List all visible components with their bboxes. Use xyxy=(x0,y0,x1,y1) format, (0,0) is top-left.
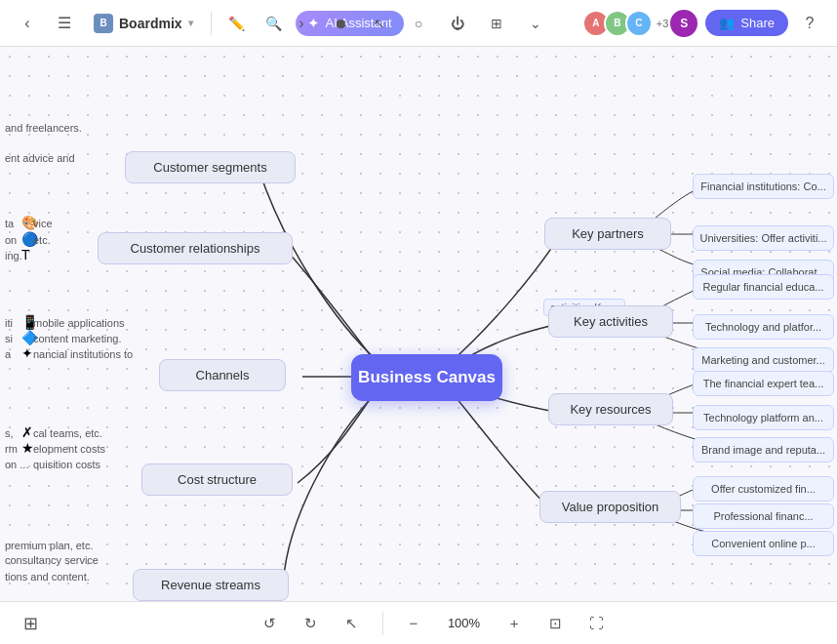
avatar-group: A B C +3 xyxy=(582,10,669,37)
snippet-rm: rm xyxy=(5,443,18,455)
node-customer-segments[interactable]: Customer segments xyxy=(125,151,296,183)
avatar-3[interactable]: C xyxy=(625,10,653,37)
leaf-kp-1[interactable]: Financial institutions: Co... xyxy=(693,174,834,199)
snippet-ing: ing. xyxy=(5,250,22,262)
node-cost-structure[interactable]: Cost structure xyxy=(141,463,293,496)
node-customer-relationships-label: Customer relationships xyxy=(131,241,260,256)
more-button[interactable]: ⌄ xyxy=(520,8,551,39)
add-frame-button[interactable]: ⊞ xyxy=(16,609,45,638)
leaf-vp-3[interactable]: Convenient online p... xyxy=(693,531,834,556)
snippet-etc: etc. xyxy=(33,234,51,246)
leaf-ka-3[interactable]: Marketing and customer... xyxy=(693,347,834,373)
share-button[interactable]: 👥 Share xyxy=(705,10,788,36)
leaf-kr-2[interactable]: Technology platform an... xyxy=(693,405,834,430)
search-button[interactable]: 🔍 xyxy=(259,8,290,39)
zoom-in-button[interactable]: + xyxy=(499,609,529,638)
snippet-cal-teams: cal teams, etc. xyxy=(33,427,102,439)
icon-7: ✗ xyxy=(21,424,33,440)
brand-name: Boardmix xyxy=(119,16,182,31)
leaf-kr-1[interactable]: The financial expert tea... xyxy=(693,371,834,396)
leaf-vp-1-label: Offer customized fin... xyxy=(711,483,816,495)
leaf-ka-1[interactable]: Regular financial educa... xyxy=(693,274,834,300)
node-revenue-streams[interactable]: Revenue streams xyxy=(133,569,289,601)
node-key-partners[interactable]: Key partners xyxy=(544,218,671,250)
leaf-ka-3-label: Marketing and customer... xyxy=(701,354,825,366)
leaf-kp-1-label: Financial institutions: Co... xyxy=(700,181,825,192)
node-key-resources[interactable]: Key resources xyxy=(548,393,673,425)
leaf-ka-1-label: Regular financial educa... xyxy=(702,281,823,293)
snippet-si: si xyxy=(5,333,13,344)
center-node-label: Business Canvas xyxy=(358,368,496,387)
cursor-button[interactable]: ↖ xyxy=(364,8,395,39)
record-button[interactable]: ⏺ xyxy=(325,8,356,39)
node-key-resources-label: Key resources xyxy=(570,402,651,417)
snippet-quisition: quisition costs xyxy=(33,459,100,470)
cursor-mode-button[interactable]: ↖ xyxy=(338,609,367,638)
grid-button[interactable]: ⊞ xyxy=(481,8,512,39)
leaf-vp-1[interactable]: Offer customized fin... xyxy=(693,476,834,502)
back-button[interactable]: ‹ xyxy=(12,8,43,39)
brand-logo[interactable]: B Boardmix ▾ xyxy=(86,10,201,37)
leaf-kp-2[interactable]: Universities: Offer activiti... xyxy=(693,225,834,251)
zoom-display[interactable]: 100% xyxy=(440,614,488,632)
bottom-center: ↺ ↻ ↖ − 100% + ⊡ ⛶ xyxy=(256,609,611,638)
leaf-ka-2[interactable]: Technology and platfor... xyxy=(693,314,834,340)
snippet-tions: tions and content. xyxy=(5,571,90,583)
leaf-vp-2-label: Professional financ... xyxy=(713,510,813,522)
menu-button[interactable]: ☰ xyxy=(49,8,80,39)
leaf-kr-2-label: Technology platform an... xyxy=(703,412,823,423)
toolbar-center: › ⏺ ↖ ○ ⏻ ⊞ ⌄ xyxy=(286,8,551,39)
undo-button[interactable]: ↺ xyxy=(256,609,285,638)
zoom-out-button[interactable]: − xyxy=(399,609,428,638)
brand-icon: B xyxy=(94,14,113,33)
share-icon: 👥 xyxy=(719,16,735,30)
node-customer-segments-label: Customer segments xyxy=(153,160,266,175)
shape-button[interactable]: ○ xyxy=(403,8,434,39)
node-revenue-streams-label: Revenue streams xyxy=(161,578,260,592)
canvas-area: and freelancers. ent advice and ta 🎨 vic… xyxy=(0,47,837,601)
fullscreen-button[interactable]: ⛶ xyxy=(581,609,611,638)
node-customer-relationships[interactable]: Customer relationships xyxy=(98,232,293,264)
leaf-vp-2[interactable]: Professional financ... xyxy=(693,503,834,529)
leaf-ka-2-label: Technology and platfor... xyxy=(705,321,821,333)
node-value-proposition[interactable]: Value proposition xyxy=(539,491,681,523)
fit-button[interactable]: ⊡ xyxy=(540,609,570,638)
bottom-toolbar: ⊞ ↺ ↻ ↖ − 100% + ⊡ ⛶ xyxy=(0,601,837,644)
bottom-left: ⊞ xyxy=(16,609,45,638)
power-button[interactable]: ⏻ xyxy=(442,8,473,39)
snippet-development: elopment costs xyxy=(33,443,105,455)
node-cost-structure-label: Cost structure xyxy=(178,472,257,487)
snippet-ta-vice: ta xyxy=(5,218,14,229)
node-key-partners-label: Key partners xyxy=(572,226,644,241)
node-channels[interactable]: Channels xyxy=(159,359,286,391)
center-node-business-canvas[interactable]: Business Canvas xyxy=(351,354,502,401)
snippet-mobile: mobile applications xyxy=(33,317,125,329)
snippet-nancial: nancial institutions to xyxy=(33,348,133,360)
share-label: Share xyxy=(740,16,775,30)
divider-bottom xyxy=(382,612,383,635)
pen-tool-button[interactable]: ✏️ xyxy=(221,8,253,39)
snippet-freelancers: and freelancers. xyxy=(5,122,82,134)
top-toolbar: ‹ ☰ B Boardmix ▾ ✏️ 🔍 ✦ AI Assistant › ⏺… xyxy=(0,0,837,47)
icon-3: T xyxy=(21,247,30,262)
redo-button[interactable]: ↻ xyxy=(297,609,326,638)
snippet-s-cal: s, xyxy=(5,427,14,439)
snippet-advice: ent advice and xyxy=(5,152,75,164)
snippet-vice: vice xyxy=(33,218,53,229)
leaf-kr-3[interactable]: Brand image and reputa... xyxy=(693,437,834,463)
leaf-kp-2-label: Universities: Offer activiti... xyxy=(700,232,827,244)
current-user-avatar[interactable]: S xyxy=(668,8,699,39)
snippet-iti: iti xyxy=(5,317,13,329)
node-channels-label: Channels xyxy=(196,368,250,382)
nav-forward-button[interactable]: › xyxy=(286,8,317,39)
leaf-vp-3-label: Convenient online p... xyxy=(711,538,815,549)
divider-1 xyxy=(211,12,212,35)
help-button[interactable]: ? xyxy=(794,8,825,39)
snippet-a: a xyxy=(5,348,11,360)
node-key-activities[interactable]: Key activities xyxy=(548,305,673,338)
user-count: +3 xyxy=(657,18,669,29)
icon-6: ✦ xyxy=(21,345,33,361)
leaf-kr-3-label: Brand image and reputa... xyxy=(701,444,825,456)
snippet-content: content marketing. xyxy=(33,333,122,344)
brand-dropdown-icon: ▾ xyxy=(188,18,193,28)
